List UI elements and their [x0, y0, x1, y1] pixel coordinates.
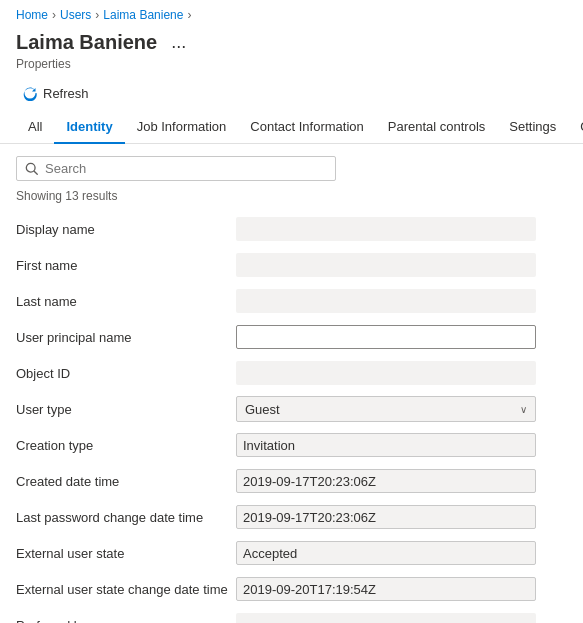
readonly-field: 2019-09-20T17:19:54Z	[236, 577, 536, 601]
content-area: Showing 13 results Display nameFirst nam…	[0, 144, 583, 623]
field-label: Last name	[16, 290, 236, 313]
breadcrumb-users[interactable]: Users	[60, 8, 91, 22]
field-value: Accepted	[236, 539, 567, 567]
page-title: Laima Baniene	[16, 31, 157, 54]
form-row: Display name	[16, 211, 567, 247]
refresh-label: Refresh	[43, 86, 89, 101]
search-box[interactable]	[16, 156, 336, 181]
field-label: Display name	[16, 218, 236, 241]
page-header: Laima Baniene ... Properties	[0, 26, 583, 75]
field-label: User type	[16, 398, 236, 421]
empty-field-box	[236, 613, 536, 623]
form-row: Creation typeInvitation	[16, 427, 567, 463]
field-value: Invitation	[236, 431, 567, 459]
field-label: External user state change date time	[16, 578, 236, 601]
form-row: Last password change date time2019-09-17…	[16, 499, 567, 535]
tab-identity[interactable]: Identity	[54, 111, 124, 144]
field-value	[236, 215, 567, 243]
readonly-field: Invitation	[236, 433, 536, 457]
form-row: Created date time2019-09-17T20:23:06Z	[16, 463, 567, 499]
field-value	[236, 251, 567, 279]
form-row: Preferred language	[16, 607, 567, 623]
form-row: External user state change date time2019…	[16, 571, 567, 607]
field-value[interactable]: Guest∨	[236, 394, 567, 424]
field-label: Created date time	[16, 470, 236, 493]
page-subtitle: Properties	[16, 57, 567, 71]
field-label: First name	[16, 254, 236, 277]
field-value[interactable]	[236, 323, 567, 351]
form-fields: Display nameFirst nameLast nameUser prin…	[16, 211, 567, 623]
page-title-row: Laima Baniene ...	[16, 30, 567, 55]
toolbar: Refresh	[0, 75, 583, 111]
field-value: 2019-09-17T20:23:06Z	[236, 503, 567, 531]
readonly-field: 2019-09-17T20:23:06Z	[236, 469, 536, 493]
field-value	[236, 611, 567, 623]
form-row: User principal name	[16, 319, 567, 355]
form-row: Object ID	[16, 355, 567, 391]
tab-job-information[interactable]: Job Information	[125, 111, 239, 144]
empty-field-box	[236, 253, 536, 277]
field-label: External user state	[16, 542, 236, 565]
text-input-field[interactable]	[236, 325, 536, 349]
breadcrumb-sep1: ›	[52, 8, 56, 22]
field-label: User principal name	[16, 326, 236, 349]
more-options-button[interactable]: ...	[165, 30, 192, 55]
refresh-icon	[22, 85, 38, 101]
breadcrumb-current[interactable]: Laima Baniene	[103, 8, 183, 22]
breadcrumb-home[interactable]: Home	[16, 8, 48, 22]
field-value: 2019-09-20T17:19:54Z	[236, 575, 567, 603]
field-value	[236, 359, 567, 387]
tab-settings[interactable]: Settings	[497, 111, 568, 144]
field-value: 2019-09-17T20:23:06Z	[236, 467, 567, 495]
field-label: Creation type	[16, 434, 236, 457]
field-label: Preferred language	[16, 614, 236, 624]
breadcrumb: Home › Users › Laima Baniene ›	[0, 0, 583, 26]
tab-contact-information[interactable]: Contact Information	[238, 111, 375, 144]
form-row: Last name	[16, 283, 567, 319]
readonly-field: Accepted	[236, 541, 536, 565]
tab-on-premises[interactable]: On-premises	[568, 111, 583, 144]
chevron-down-icon: ∨	[520, 404, 527, 415]
field-label: Object ID	[16, 362, 236, 385]
field-value	[236, 287, 567, 315]
empty-field-box	[236, 361, 536, 385]
form-row: User typeGuest∨	[16, 391, 567, 427]
field-label: Last password change date time	[16, 506, 236, 529]
select-value: Guest	[245, 402, 280, 417]
svg-line-1	[34, 171, 37, 174]
breadcrumb-sep2: ›	[95, 8, 99, 22]
empty-field-box	[236, 289, 536, 313]
refresh-button[interactable]: Refresh	[16, 81, 95, 105]
search-input[interactable]	[45, 161, 327, 176]
form-row: First name	[16, 247, 567, 283]
tabs-bar: AllIdentityJob InformationContact Inform…	[0, 111, 583, 144]
select-field[interactable]: Guest∨	[236, 396, 536, 422]
tab-parental-controls[interactable]: Parental controls	[376, 111, 498, 144]
form-row: External user stateAccepted	[16, 535, 567, 571]
search-icon	[25, 162, 39, 176]
readonly-field: 2019-09-17T20:23:06Z	[236, 505, 536, 529]
empty-field-box	[236, 217, 536, 241]
tab-all[interactable]: All	[16, 111, 54, 144]
breadcrumb-sep3: ›	[187, 8, 191, 22]
results-text: Showing 13 results	[16, 189, 567, 203]
